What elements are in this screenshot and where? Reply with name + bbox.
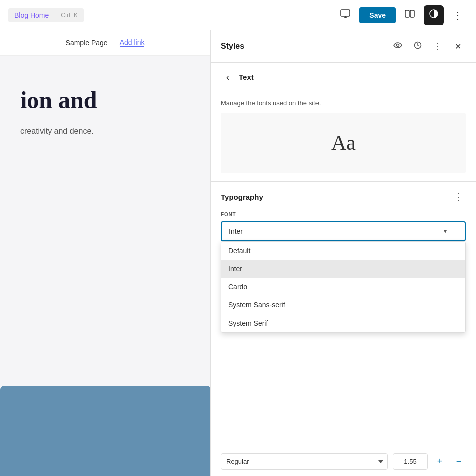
font-option-cardo-label: Cardo [228, 283, 247, 291]
sub-panel-header: ‹ Text [211, 63, 476, 91]
save-button[interactable]: Save [359, 7, 396, 23]
dropdown-arrow-icon: ▾ [444, 228, 447, 235]
typography-more-icon: ⋮ [454, 191, 463, 202]
blue-decorative-block [0, 386, 210, 476]
close-icon: ✕ [455, 42, 461, 51]
minus-icon: − [456, 456, 462, 467]
text-panel-title: Text [239, 73, 254, 81]
font-option-default-label: Default [228, 247, 250, 255]
font-option-system-serif-label: System Serif [228, 319, 268, 327]
more-options-button[interactable]: ⋮ [448, 5, 468, 25]
selected-font-label: Inter [229, 227, 243, 235]
font-style-select[interactable]: Regular [221, 453, 388, 470]
nav-add-link[interactable]: Add link [120, 38, 145, 47]
font-size-input[interactable] [393, 453, 428, 470]
styles-panel: Styles ⋮ [210, 30, 476, 476]
toolbar-left: Blog Home Ctrl+K [8, 8, 84, 22]
canvas-area: Sample Page Add link ion and creativity … [0, 30, 210, 476]
svg-point-6 [397, 44, 399, 47]
canvas-inner: Sample Page Add link ion and creativity … [0, 30, 210, 476]
font-option-system-sans-label: System Sans-serif [228, 301, 285, 309]
top-toolbar: Blog Home Ctrl+K Save [0, 0, 476, 30]
history-icon [414, 41, 422, 51]
svg-rect-0 [341, 10, 350, 16]
svg-rect-3 [405, 10, 409, 17]
typography-header: Typography ⋮ [221, 190, 466, 204]
panel-more-button[interactable]: ⋮ [430, 38, 446, 54]
font-option-inter[interactable]: Inter [221, 260, 465, 278]
theme-icon [429, 9, 438, 21]
font-option-default[interactable]: Default [221, 242, 465, 260]
eye-icon [393, 42, 402, 51]
blog-home-chip[interactable]: Blog Home Ctrl+K [8, 8, 84, 22]
font-preview-text: Aa [331, 131, 356, 155]
font-option-system-serif[interactable]: System Serif [221, 314, 465, 332]
panel-title: Styles [221, 42, 244, 51]
manage-fonts-desc: Manage the fonts used on the site. [221, 99, 466, 107]
font-option-cardo[interactable]: Cardo [221, 278, 465, 296]
back-button[interactable]: ‹ [221, 70, 235, 84]
split-icon [405, 10, 415, 20]
increase-size-button[interactable]: + [433, 455, 447, 469]
save-label: Save [369, 11, 386, 19]
more-icon: ⋮ [453, 9, 463, 21]
manage-fonts-section: Manage the fonts used on the site. Aa [211, 91, 476, 182]
hero-subtitle: creativity and dence. [20, 125, 190, 138]
plus-icon: + [437, 456, 443, 467]
theme-toggle-button[interactable] [424, 5, 444, 25]
font-option-system-sans[interactable]: System Sans-serif [221, 296, 465, 314]
panel-more-icon: ⋮ [433, 41, 442, 52]
blog-home-label: Blog Home [14, 11, 49, 19]
nav-bar: Sample Page Add link [0, 30, 210, 56]
close-button[interactable]: ✕ [450, 38, 466, 54]
hero-title: ion and [20, 86, 190, 115]
font-select-display[interactable]: Inter ▾ [221, 221, 466, 241]
shortcut-label: Ctrl+K [61, 12, 78, 19]
hero-section: ion and creativity and dence. [0, 56, 210, 157]
split-view-button[interactable] [400, 5, 420, 25]
monitor-button[interactable] [335, 5, 355, 25]
font-option-inter-label: Inter [228, 265, 242, 273]
font-select-container: Inter ▾ Default Inter Cardo System Sans-… [221, 221, 466, 241]
font-preview-box: Aa [221, 113, 466, 173]
bottom-controls: Regular + − [211, 447, 476, 476]
nav-sample-page[interactable]: Sample Page [66, 39, 108, 47]
typography-section: Typography ⋮ FONT Inter ▾ Default Inter [211, 182, 476, 447]
font-dropdown: Default Inter Cardo System Sans-serif Sy… [221, 241, 466, 333]
svg-rect-4 [410, 10, 414, 17]
typography-more-button[interactable]: ⋮ [452, 190, 466, 204]
panel-header: Styles ⋮ [211, 30, 476, 63]
monitor-icon [340, 9, 350, 21]
toolbar-right: Save ⋮ [335, 5, 468, 25]
back-icon: ‹ [226, 71, 230, 83]
panel-header-icons: ⋮ ✕ [390, 38, 466, 54]
history-button[interactable] [410, 38, 426, 54]
typography-title: Typography [221, 193, 263, 201]
decrease-size-button[interactable]: − [452, 455, 466, 469]
eye-button[interactable] [390, 38, 406, 54]
font-label: FONT [221, 212, 466, 217]
